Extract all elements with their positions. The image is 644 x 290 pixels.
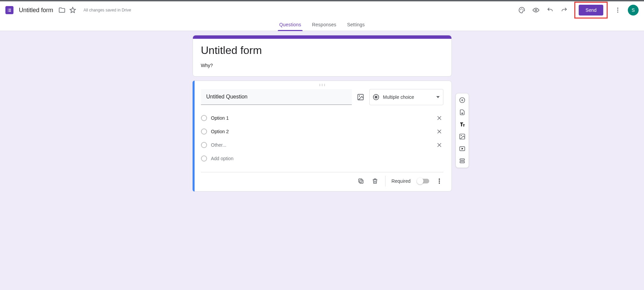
option-row: Option 2 [201,125,443,138]
preview-eye-icon[interactable] [532,6,540,14]
add-option-text[interactable]: Add option [211,156,443,161]
svg-point-16 [319,85,320,86]
option-text[interactable]: Option 1 [211,115,431,121]
save-status-text: All changes saved in Drive [83,8,131,12]
add-section-icon[interactable] [457,156,467,166]
svg-point-23 [439,179,440,180]
form-title[interactable]: Untitled form [201,44,443,57]
main-tabs: Questions Responses Settings [0,19,644,31]
tab-settings[interactable]: Settings [346,20,366,31]
svg-rect-30 [460,159,464,160]
form-description[interactable]: Why? [201,63,443,68]
add-image-tool-icon[interactable] [457,132,467,141]
svg-rect-0 [8,9,8,9]
add-question-icon[interactable] [457,95,467,105]
divider [385,176,385,186]
dropdown-arrow-icon [436,96,440,98]
duplicate-icon[interactable] [357,177,365,185]
option-text[interactable]: Option 2 [211,129,431,134]
redo-icon[interactable] [560,6,568,14]
svg-point-24 [439,180,440,181]
radio-placeholder-icon [201,115,207,121]
remove-option-icon[interactable] [435,141,443,149]
question-type-dropdown[interactable]: Multiple choice [369,89,443,105]
app-header: Untitled form All changes saved in Drive… [0,1,644,19]
option-row: Option 1 [201,111,443,125]
radio-placeholder-icon [201,155,207,162]
svg-rect-2 [8,10,8,10]
svg-rect-4 [8,11,8,12]
svg-rect-5 [9,11,11,12]
import-questions-icon[interactable] [457,108,467,117]
form-canvas: Untitled form Why? Multiple choice [0,31,644,209]
options-list: Option 1 Option 2 Other... Add option [201,111,443,165]
svg-point-6 [520,9,521,10]
radio-placeholder-icon [201,142,207,148]
question-footer: Required [201,172,443,189]
svg-point-8 [523,9,524,10]
svg-rect-1 [9,9,11,9]
remove-option-icon[interactable] [435,127,443,136]
question-card[interactable]: Multiple choice Option 1 Option 2 [193,81,452,192]
question-more-icon[interactable] [435,177,443,185]
send-highlight-box: Send [574,2,608,19]
more-vert-icon[interactable] [614,6,622,14]
remove-option-icon[interactable] [435,114,443,122]
svg-point-10 [617,8,618,9]
floating-toolbar [455,93,469,168]
svg-rect-21 [360,180,363,183]
document-title[interactable]: Untitled form [19,7,53,14]
account-avatar[interactable]: S [628,5,639,16]
tab-responses[interactable]: Responses [311,20,338,31]
radio-icon [373,94,379,100]
svg-point-28 [461,135,462,136]
svg-point-20 [359,95,360,96]
add-video-icon[interactable] [457,144,467,153]
star-icon[interactable] [69,6,77,14]
move-to-folder-icon[interactable] [58,6,66,14]
add-image-icon[interactable] [357,93,365,101]
drag-handle-icon[interactable] [201,81,443,89]
forms-app-icon[interactable] [5,6,13,14]
svg-point-18 [324,85,325,86]
required-label: Required [392,178,411,184]
radio-placeholder-icon [201,128,207,135]
svg-point-7 [521,8,522,9]
tab-questions[interactable]: Questions [278,20,302,31]
palette-icon[interactable] [518,6,526,14]
question-text-input[interactable] [201,89,352,105]
svg-point-9 [535,9,537,11]
question-type-label: Multiple choice [383,94,432,100]
add-title-icon[interactable] [457,120,467,129]
svg-rect-3 [9,10,11,10]
option-other-text[interactable]: Other... [211,142,431,148]
required-toggle[interactable] [417,179,429,183]
svg-point-25 [439,182,440,183]
svg-point-15 [324,84,325,85]
svg-point-17 [321,85,323,86]
send-button[interactable]: Send [579,5,603,16]
svg-point-11 [617,9,618,10]
add-option-row[interactable]: Add option [201,152,443,165]
svg-rect-22 [359,179,362,182]
delete-icon[interactable] [371,177,379,185]
svg-point-12 [617,11,618,12]
option-row: Other... [201,138,443,152]
svg-rect-31 [460,162,464,163]
undo-icon[interactable] [546,6,554,14]
svg-point-13 [319,84,320,85]
svg-point-14 [321,84,323,85]
form-header-card[interactable]: Untitled form Why? [193,35,452,77]
